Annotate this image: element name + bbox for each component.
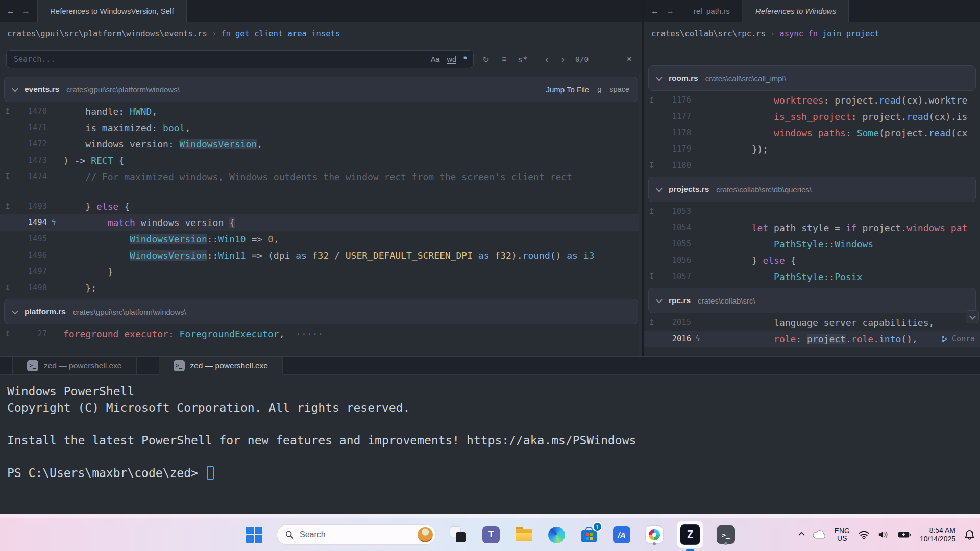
forward-icon[interactable]: → xyxy=(19,5,33,18)
terminal-output[interactable]: Windows PowerShellCopyright (C) Microsof… xyxy=(0,375,980,481)
excerpt-header[interactable]: projects.rscrates\collab\src\db\queries\ xyxy=(648,177,976,202)
app-file-explorer[interactable] xyxy=(513,524,534,545)
line-number[interactable]: 1179 xyxy=(659,144,691,154)
code-line[interactable]: ↧1498 }; xyxy=(0,280,642,296)
code-line[interactable]: 1473) -> RECT { xyxy=(0,152,642,168)
right-breadcrumb[interactable]: crates\collab\src\rpc.rs › async fn join… xyxy=(644,22,980,45)
line-number[interactable]: 1178 xyxy=(659,128,691,137)
line-number[interactable]: 1057 xyxy=(659,272,691,281)
back-icon[interactable]: ← xyxy=(648,5,662,18)
replace-all-icon[interactable]: s* xyxy=(517,55,529,64)
code-line[interactable]: ↧1474 // For maximized windows, Windows … xyxy=(0,168,642,185)
line-number[interactable]: 1471 xyxy=(15,123,47,132)
line-number[interactable]: 1494 xyxy=(15,218,47,227)
expand-up-icon[interactable]: ↥ xyxy=(0,329,15,338)
code-action-lightning-icon[interactable]: ϟ xyxy=(691,334,704,343)
code-line[interactable]: 1495 WindowsVersion::Win10 => 0, xyxy=(0,231,642,247)
code-line[interactable]: ↧1180 xyxy=(644,157,980,173)
app-edge[interactable] xyxy=(546,524,567,545)
code-line[interactable]: ↥1470 handle: HWND, xyxy=(0,103,642,119)
language-indicator[interactable]: ENG US xyxy=(835,527,850,542)
line-number[interactable]: 1176 xyxy=(659,95,691,105)
code-line[interactable]: 2016ϟ role: project.role.into(),Conra xyxy=(644,331,980,347)
left-scrollbar[interactable] xyxy=(639,73,642,356)
terminal-tab[interactable]: >_zed — powershell.exe xyxy=(159,357,283,375)
line-number[interactable]: 1474 xyxy=(15,172,47,181)
notification-bell-dnd-icon[interactable]: z xyxy=(964,530,975,540)
line-number[interactable]: 1053 xyxy=(659,207,691,216)
expand-down-icon[interactable]: ↧ xyxy=(0,172,15,181)
code-line[interactable]: ↥27foreground_executor: ForegroundExecut… xyxy=(0,325,642,342)
excerpt-header[interactable]: rpc.rscrates\collab\src\ xyxy=(648,288,976,313)
app-zed-active[interactable]: Z xyxy=(677,521,703,548)
code-line[interactable]: ↥2015 language_server_capabilities, xyxy=(644,314,980,331)
left-breadcrumb[interactable]: crates\gpui\src\platform\windows\events.… xyxy=(0,22,642,45)
expand-up-icon[interactable]: ↥ xyxy=(644,95,659,105)
line-number[interactable]: 1498 xyxy=(15,283,47,292)
line-number[interactable]: 1495 xyxy=(15,234,47,243)
wifi-icon[interactable] xyxy=(859,531,869,539)
line-number[interactable]: 2016 xyxy=(659,334,691,343)
expand-down-icon[interactable]: ↧ xyxy=(644,272,659,281)
code-line[interactable]: 1494ϟ match windows_version { xyxy=(0,214,642,231)
code-line[interactable]: 1497 } xyxy=(0,263,642,280)
excerpt-header[interactable]: platform.rscrates\gpui\src\platform\wind… xyxy=(4,299,638,324)
line-number[interactable]: 1473 xyxy=(15,156,47,165)
selection-filter-icon[interactable]: ≡ xyxy=(498,55,510,64)
line-number[interactable]: 1470 xyxy=(15,107,47,116)
volume-icon[interactable] xyxy=(878,530,889,539)
close-search-icon[interactable]: × xyxy=(623,54,636,64)
code-line[interactable]: ↧1057 PathStyle::Posix xyxy=(644,268,980,285)
start-button[interactable] xyxy=(244,524,264,545)
tab-references-to-windows[interactable]: References to Windows xyxy=(743,0,849,22)
line-number[interactable]: 27 xyxy=(15,329,47,338)
app-terminal[interactable]: >_ xyxy=(716,524,736,545)
excerpt-header[interactable]: events.rscrates\gpui\src\platform\window… xyxy=(4,77,638,102)
line-number[interactable]: 2015 xyxy=(659,318,691,327)
line-number[interactable]: 1497 xyxy=(15,267,47,276)
jump-to-file-button[interactable]: Jump To File xyxy=(546,85,589,94)
line-number[interactable]: 1180 xyxy=(659,161,691,170)
code-line[interactable]: ↥1176 worktrees: project.read(cx).worktr… xyxy=(644,92,980,108)
code-line[interactable]: 1177 is_ssh_project: project.read(cx).is xyxy=(644,108,980,124)
expand-up-icon[interactable]: ↥ xyxy=(0,107,15,116)
line-number[interactable]: 1472 xyxy=(15,139,47,148)
expand-up-icon[interactable]: ↥ xyxy=(644,318,659,327)
excerpt-header[interactable]: room.rscrates\call\src\call_impl\ xyxy=(648,65,976,91)
onedrive-cloud-icon[interactable] xyxy=(813,530,826,539)
code-line[interactable]: 1178 windows_paths: Some(project.read(cx xyxy=(644,124,980,141)
code-line[interactable]: 1496 WindowsVersion::Win11 => (dpi as f3… xyxy=(0,247,642,263)
app-slash-a[interactable]: /A xyxy=(611,524,632,545)
back-icon[interactable]: ← xyxy=(4,5,17,18)
case-sensitive-icon[interactable]: Aa xyxy=(431,55,440,63)
expand-down-icon[interactable]: ↧ xyxy=(644,161,659,170)
previous-match-icon[interactable]: ‹ xyxy=(542,54,552,65)
tab-rel-path-rs[interactable]: rel_path.rs xyxy=(681,0,743,22)
expand-up-icon[interactable]: ↥ xyxy=(0,202,15,211)
whole-word-icon[interactable]: wd xyxy=(447,55,456,63)
next-match-icon[interactable]: › xyxy=(558,54,568,65)
code-line[interactable]: 1056 } else { xyxy=(644,252,980,268)
tab-references-to-windowsversion[interactable]: References to WindowsVersion, Self xyxy=(37,0,187,22)
app-task-view[interactable] xyxy=(448,524,469,545)
tray-chevron-up-icon[interactable] xyxy=(798,532,805,538)
git-blame-entry[interactable]: Conra xyxy=(941,334,975,343)
replace-toggle-icon[interactable]: ↻ xyxy=(480,55,492,64)
taskbar-clock[interactable]: 8:54 AM 10/14/2025 xyxy=(920,526,955,543)
terminal-cursor[interactable] xyxy=(207,466,214,480)
app-teams[interactable]: T xyxy=(481,524,501,545)
code-line[interactable]: 1054 let path_style = if project.windows… xyxy=(644,219,980,236)
expand-up-icon[interactable]: ↥ xyxy=(644,207,659,216)
code-line[interactable]: 1471 is_maximized: bool, xyxy=(0,119,642,136)
code-line[interactable]: 1179 }); xyxy=(644,141,980,157)
battery-charging-icon[interactable] xyxy=(898,531,911,539)
code-line[interactable]: ↥1053 xyxy=(644,203,980,219)
scroll-down-indicator[interactable] xyxy=(966,310,979,323)
code-line[interactable]: 1472 windows_version: WindowsVersion, xyxy=(0,136,642,152)
taskbar-search[interactable]: Search xyxy=(277,524,436,545)
line-number[interactable]: 1496 xyxy=(15,251,47,260)
app-microsoft-store[interactable]: 1 xyxy=(579,524,599,545)
line-number[interactable]: 1056 xyxy=(659,256,691,265)
forward-icon[interactable]: → xyxy=(664,5,677,18)
terminal-tab[interactable]: >_zed — powershell.exe xyxy=(12,357,137,374)
